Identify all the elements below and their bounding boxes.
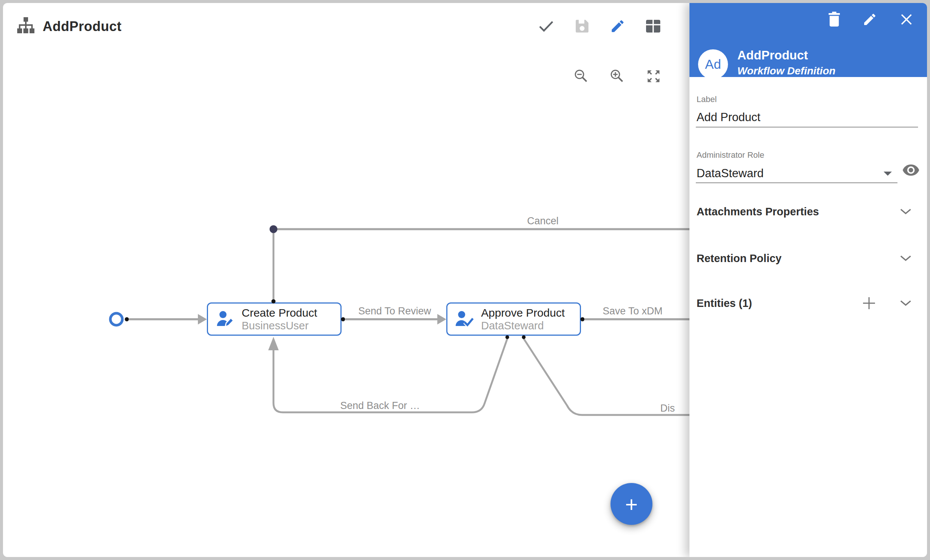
avatar: Ad — [698, 49, 728, 79]
delete-button[interactable] — [826, 11, 842, 28]
task-role: DataSteward — [481, 320, 565, 332]
edit-button[interactable] — [862, 11, 878, 28]
panel-title: AddProduct — [738, 48, 808, 63]
label-field-value[interactable]: Add Product — [697, 110, 761, 124]
arrowhead — [268, 337, 279, 350]
task-node-approve-product[interactable]: Approve Product DataSteward — [446, 302, 581, 336]
task-node-create-product[interactable]: Create Product BusinessUser — [207, 302, 342, 336]
person-edit-icon — [216, 310, 236, 328]
task-text: Create Product BusinessUser — [242, 307, 317, 332]
section-attachments-properties[interactable]: Attachments Properties — [690, 204, 927, 219]
trash-icon — [828, 12, 841, 27]
transition-label-save-to-xdm[interactable]: Save To xDM — [603, 305, 662, 317]
workflow-editor-window: AddProduct — [0, 0, 930, 560]
close-button[interactable] — [898, 11, 915, 28]
add-step-fab[interactable]: + — [611, 483, 653, 525]
pencil-icon — [862, 12, 877, 27]
section-retention-policy[interactable]: Retention Policy — [690, 251, 927, 266]
transition-label-send-to-review[interactable]: Send To Review — [359, 305, 431, 317]
task-role: BusinessUser — [242, 320, 317, 332]
eye-icon — [903, 164, 919, 176]
task-title: Create Product — [242, 307, 317, 319]
section-entities[interactable]: Entities (1) — [690, 296, 927, 311]
section-label: Retention Policy — [697, 252, 782, 265]
start-node[interactable] — [110, 313, 122, 325]
section-label: Entities (1) — [697, 297, 752, 310]
app-surface: AddProduct — [3, 3, 927, 557]
arrowhead — [198, 314, 207, 324]
panel-header: Ad AddProduct Workflow Definition — [690, 3, 927, 77]
task-title: Approve Product — [481, 307, 565, 319]
chevron-down-icon[interactable] — [900, 300, 911, 306]
label-field-caption: Label — [697, 95, 717, 104]
task-text: Approve Product DataSteward — [481, 307, 565, 332]
section-label: Attachments Properties — [697, 206, 819, 218]
preview-role-button[interactable] — [903, 164, 919, 176]
plus-icon — [862, 296, 876, 310]
arrowhead — [437, 314, 446, 324]
admin-role-value[interactable]: DataSteward — [697, 167, 764, 180]
label-field-underline — [696, 127, 918, 127]
add-entity-button[interactable] — [862, 296, 876, 310]
close-icon — [901, 14, 912, 25]
admin-role-underline — [696, 183, 898, 183]
panel-subtitle: Workflow Definition — [738, 65, 835, 77]
transition-label-send-back[interactable]: Send Back For … — [340, 400, 420, 411]
transition-label-cancel[interactable]: Cancel — [527, 215, 559, 227]
person-check-icon — [455, 310, 475, 328]
chevron-down-icon[interactable] — [900, 209, 911, 215]
properties-panel: Ad AddProduct Workflow Definition Label … — [690, 3, 927, 557]
chevron-down-icon[interactable] — [883, 171, 892, 176]
plus-icon: + — [625, 492, 638, 517]
admin-role-caption: Administrator Role — [697, 150, 764, 160]
chevron-down-icon[interactable] — [900, 255, 911, 261]
transition-label-discard-clipped[interactable]: Dis — [660, 403, 675, 414]
